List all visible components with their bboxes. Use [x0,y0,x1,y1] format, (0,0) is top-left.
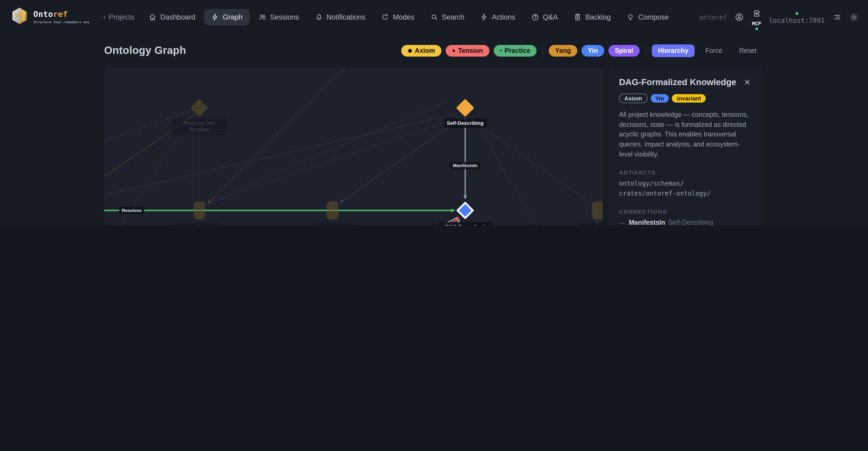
graph-svg [104,67,602,226]
mcp-status[interactable]: MCP [752,9,761,30]
artifact-path: crates/ontoref-ontology/ [619,188,752,199]
graph-node-reflection-modes[interactable] [193,202,205,219]
brand-name: Ontoref [33,10,89,19]
practice-shape-icon: ▪ [500,48,502,53]
panel-title: DAG-Formalized Knowledge [619,77,736,88]
graph-node-web-presence[interactable] [592,202,602,219]
nav-item-dashboard[interactable]: Dashboard [142,9,202,25]
connections-heading: CONNECTIONS [619,208,752,215]
nav-item-notifications[interactable]: Notifications [308,9,372,25]
graph-node-protocol-not-runtime[interactable] [192,100,207,115]
bulb-icon [627,13,634,21]
node-description: All project knowledge — concepts, tensio… [619,110,752,160]
layout-button-reset[interactable]: Reset [733,44,763,57]
graph-edge-faint [583,220,598,226]
filter-pill-axiom[interactable]: ◆Axiom [401,45,441,56]
filter-divider [542,45,543,56]
graph-edge-faint [473,116,583,226]
artifact-list: ontology/schemas/crates/ontoref-ontology… [619,178,752,199]
connection-row-manifestsin-0[interactable]: ←ManifestsInSelf-Describing [619,219,752,226]
graph-filters: ◆Axiom●Tension▪PracticeYangYinSpiralHier… [401,44,763,57]
connection-list: ←ManifestsInSelf-Describing←ResolvesOnto… [619,219,752,226]
mcp-status-dot [755,27,758,30]
clipboard-icon [574,13,582,21]
close-icon[interactable]: ✕ [743,77,752,87]
account-icon[interactable] [735,12,744,22]
nav-items: DashboardGraphSessionsNotificationsModes… [142,9,676,25]
server-address: localhost:7891 [769,16,825,24]
tension-shape-icon: ● [452,48,456,53]
search-icon [430,13,438,21]
artifact-path: ontology/schemas/ [619,178,752,188]
badge-axiom: Axiom [619,94,647,103]
theme-toggle-sun-icon[interactable] [849,12,859,22]
panel-badges: AxiomYininvariant [619,94,752,103]
help-icon [531,13,539,21]
badge-yin: Yin [650,94,669,102]
top-navbar: Ontoref Structure that remembers why ‹ P… [0,0,868,34]
nav-item-label: Dashboard [160,13,195,21]
nav-right-cluster: ontoref MCP localhost:7891 [700,4,859,30]
graph-edge-faint [104,115,192,226]
nav-item-actions[interactable]: Actions [473,9,522,25]
mcp-icon [752,9,761,19]
axiom-shape-icon: ◆ [408,48,412,53]
layout-button-hierarchy[interactable]: Hierarchy [652,44,694,57]
nav-item-compose[interactable]: Compose [620,9,676,25]
nav-item-search[interactable]: Search [423,9,471,25]
nav-item-label: Compose [638,13,669,21]
badge-invariant: invariant [672,94,706,102]
zap-icon [480,13,488,21]
filter-pill-yang[interactable]: Yang [549,45,577,56]
node-detail-panel: DAG-Formalized Knowledge ✕ AxiomYininvar… [608,67,763,226]
nav-item-label: Q&A [543,13,558,21]
project-name: ontoref [700,13,727,21]
nav-back-label: Projects [108,13,134,21]
filter-pill-yin[interactable]: Yin [582,45,604,56]
graph-edge [284,217,458,226]
nav-item-label: Notifications [327,13,365,21]
brand-tagline: Structure that remembers why [33,20,89,24]
menu-icon[interactable] [833,12,842,22]
refresh-icon [381,13,389,21]
filter-pill-spiral[interactable]: Spiral [609,45,640,56]
nav-item-graph[interactable]: Graph [204,9,249,25]
graph-node-adr-lifecycle[interactable] [327,202,338,219]
graph-canvas[interactable]: Protocol, Not RuntimeSelf-DescribingRefl… [104,67,602,226]
graph-node-dag-formalized-knowledge[interactable] [458,203,473,218]
artifacts-heading: ARTIFACTS [619,169,752,175]
server-status: localhost:7891 [769,12,825,24]
app-root: Ontoref Structure that remembers why ‹ P… [0,0,868,226]
nav-item-label: Search [442,13,464,21]
graph-edge-faint [469,118,594,205]
graph-edge-faint [340,118,462,203]
graph-node-self-describing[interactable] [458,100,473,115]
page-header: Ontology Graph ◆Axiom●Tension▪PracticeYa… [0,34,868,67]
nav-item-modes[interactable]: Modes [374,9,421,25]
graph-edge-faint [104,115,195,177]
graph-edge-faint [208,67,345,204]
nav-item-label: Graph [223,13,243,21]
brand[interactable]: Ontoref Structure that remembers why [10,7,89,27]
graph-edge-faint [208,117,460,203]
nav-item-sessions[interactable]: Sessions [252,9,306,25]
filter-pill-practice[interactable]: ▪Practice [493,45,536,56]
bell-icon [315,13,323,21]
filter-divider [645,45,646,56]
graph-edge-faint [104,114,457,195]
server-status-dot [796,12,798,14]
chevron-left-icon: ‹ [103,13,106,21]
mcp-label: MCP [752,20,761,26]
nav-item-label: Backlog [585,13,611,21]
graph-edge-faint [104,111,193,141]
nav-item-backlog[interactable]: Backlog [567,9,618,25]
zap-icon [211,13,219,21]
filter-pill-tension[interactable]: ●Tension [446,45,489,56]
home-icon [149,13,157,21]
layout-button-force[interactable]: Force [699,44,729,57]
nav-item-q-a[interactable]: Q&A [524,9,565,25]
page-title: Ontology Graph [104,44,186,57]
nav-back-projects[interactable]: ‹ Projects [103,13,134,21]
users-icon [258,13,267,21]
app-logo-icon [10,7,29,27]
